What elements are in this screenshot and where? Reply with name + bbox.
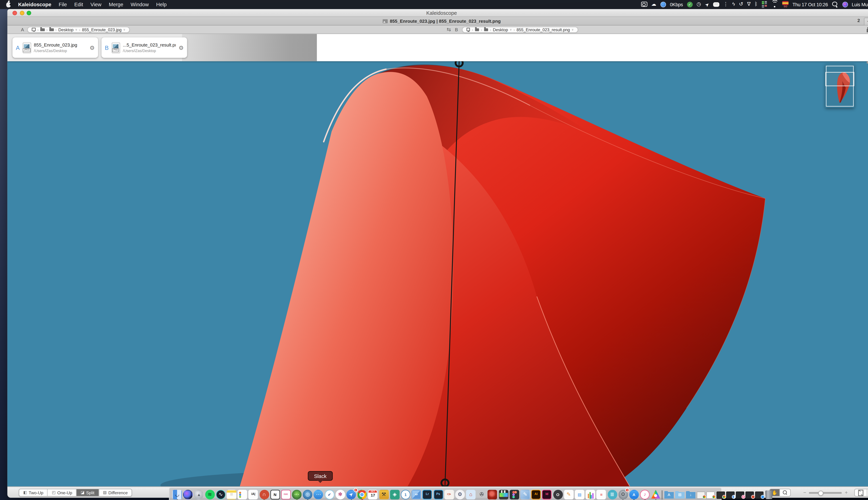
mode-split[interactable]: ◪ Split <box>77 489 99 496</box>
breadcrumb-segment[interactable]: › <box>467 27 473 32</box>
menubar-app-name[interactable]: Kaleidoscope <box>18 2 51 8</box>
dock-slack[interactable]: ✻ <box>335 490 345 499</box>
vpn-status-icon[interactable]: ✓ <box>687 2 693 8</box>
new-tab-button[interactable]: + <box>864 18 868 25</box>
menubar-menu-item[interactable]: Window <box>130 2 149 8</box>
dock-notes[interactable]: ≡ <box>227 490 237 499</box>
network-speed[interactable]: 0Kbps <box>670 2 683 7</box>
dock-figma[interactable] <box>510 490 519 499</box>
keyboard-flag-icon[interactable]: SO <box>782 1 788 8</box>
dock-pixelmator[interactable]: ✑ <box>444 490 454 499</box>
dock-indesign[interactable]: Id <box>542 490 552 499</box>
dock-red-photos[interactable] <box>488 490 498 499</box>
dock-divider[interactable] <box>662 490 663 499</box>
dock-keynote[interactable]: ▤ <box>575 490 584 499</box>
dock-minimized-itunes[interactable] <box>736 491 744 499</box>
dock-system-prefs[interactable]: ⚙ 1 <box>618 490 628 499</box>
file-card[interactable]: A JPEG 855_Enroute_023.jpg /Users/iZas/D… <box>12 37 98 58</box>
actual-size-button[interactable]: 1:1 <box>867 489 868 496</box>
dock-forklift[interactable]: ⚒ <box>379 490 389 499</box>
dock-minimized-bear[interactable] <box>745 491 754 499</box>
dock-spark[interactable]: ➤ 1 <box>346 490 356 499</box>
dock-minimized-finder[interactable] <box>726 491 734 499</box>
dock-minimized-chrome-2[interactable] <box>707 491 715 499</box>
mode-two-up[interactable]: ◧ Two-Up <box>19 489 48 496</box>
close-button[interactable] <box>12 11 17 15</box>
menubar-menu-item[interactable]: Edit <box>74 2 83 8</box>
chat-bubble-icon[interactable]: ⋯ <box>713 2 719 7</box>
shelf-toggle-icon[interactable] <box>867 27 868 32</box>
dock-reminders[interactable] <box>238 490 247 499</box>
bluetooth-icon[interactable]: ᛒ <box>755 2 758 7</box>
dock-xcode-tools[interactable]: ✎ <box>521 490 530 499</box>
file-card[interactable]: B PNG ...5_Enroute_023_result.png /Users… <box>101 37 187 58</box>
navigator-thumbnail[interactable] <box>825 64 854 107</box>
shield-icon[interactable]: ∇ <box>747 2 751 7</box>
breadcrumb-segment[interactable]: › <box>32 27 39 32</box>
dock-launchpad[interactable]: ▲ <box>194 490 204 499</box>
minimize-button[interactable] <box>20 11 24 15</box>
dock-minimized-google-dark[interactable] <box>716 491 725 499</box>
dock-cube-app[interactable]: ◈ <box>390 490 400 499</box>
location-icon[interactable]: ➤ <box>705 2 709 7</box>
dock-ia-writer[interactable]: iA| <box>249 490 258 499</box>
breadcrumb-segment[interactable]: 855_Enroute_023_result.png ∨ <box>516 27 574 32</box>
dock-capture-one[interactable]: 1 <box>401 490 410 499</box>
mode-one-up[interactable]: ◰ One-Up <box>48 489 77 496</box>
cloud-sync-icon[interactable]: ☁ <box>651 2 656 7</box>
dock-notion[interactable]: N <box>270 490 280 499</box>
menubar-menu-item[interactable]: Merge <box>109 2 123 8</box>
dock-layers-app[interactable]: ≣ <box>607 490 617 499</box>
mode-difference[interactable]: ▨ Difference <box>99 489 132 496</box>
active-tab[interactable]: 855_Enroute_023.jpg | 855_Enroute_023_re… <box>382 19 501 23</box>
dock-ink[interactable]: INK <box>281 490 291 499</box>
dock-chrome[interactable] <box>357 490 367 499</box>
menubar-menu-item[interactable]: File <box>59 2 67 8</box>
user-menu[interactable]: Luis Muñoz <box>852 2 868 7</box>
dock-trash[interactable] <box>765 490 773 499</box>
apple-menu-icon[interactable] <box>6 2 11 7</box>
menubar-menu-item[interactable]: Help <box>156 2 167 8</box>
dock-calendar[interactable]: OCT 17 <box>368 490 378 499</box>
time-machine-icon[interactable]: ↺ <box>739 2 743 7</box>
titlebar[interactable]: Kaleidoscope <box>7 9 868 17</box>
zoom-slider-thumb[interactable] <box>818 490 823 495</box>
dock-bear[interactable]: ∩ <box>259 490 269 499</box>
istat-grid-icon[interactable] <box>762 1 767 8</box>
swap-sides-icon[interactable]: ⇆ <box>447 26 451 32</box>
dock-kaleidoscope[interactable] <box>651 490 661 499</box>
gear-icon[interactable]: ⚙ <box>179 44 184 51</box>
camera-icon[interactable] <box>641 2 647 7</box>
dock-photoshop[interactable]: Ps <box>433 490 443 499</box>
fit-to-window-button[interactable] <box>855 489 867 496</box>
breadcrumb-segment[interactable]: › <box>484 27 491 32</box>
dock-camera-app[interactable]: ◎ <box>303 490 312 499</box>
zoom-out-label[interactable]: − <box>803 490 806 495</box>
dock-illustrator[interactable]: Ai <box>531 490 541 499</box>
breadcrumb-segment[interactable]: Desktop ∨ › <box>58 27 80 32</box>
dock-soulver[interactable]: = <box>596 490 606 499</box>
dock-pages[interactable]: ✎ <box>564 490 574 499</box>
breadcrumb-b[interactable]: › › › Desktop <box>462 26 578 33</box>
dock-green-chat[interactable]: ⋯ <box>292 490 302 499</box>
zoom-in-label[interactable]: + <box>845 490 848 495</box>
dock-final-cut[interactable] <box>499 490 508 499</box>
blue-app-icon[interactable] <box>660 2 666 8</box>
gear-icon[interactable]: ⚙ <box>90 44 95 51</box>
flash-icon[interactable]: ϟ <box>732 2 735 7</box>
dock-messages[interactable]: ⋯ <box>314 490 323 499</box>
dock-graphic-converter[interactable]: ⌂ <box>466 490 476 499</box>
breadcrumb-segment[interactable]: › <box>475 27 482 32</box>
dock-check-app[interactable]: ✔ <box>324 490 334 499</box>
zoom-button[interactable] <box>26 11 31 15</box>
split-view-canvas[interactable] <box>7 61 868 487</box>
dock-finder[interactable]: ◡ <box>172 490 182 499</box>
dock-itunes[interactable]: ♪ <box>640 490 650 499</box>
zoom-slider-track[interactable] <box>809 492 842 493</box>
dock-minimized-app-store[interactable] <box>755 491 764 499</box>
dock-minimized-chrome-1[interactable] <box>697 491 705 499</box>
dock-spotify[interactable]: ≋ <box>205 490 215 499</box>
dock-windows-folder[interactable]: ⊞ <box>675 491 685 499</box>
dock-lightroom[interactable]: Lr <box>423 490 432 499</box>
dock-gear-aperture[interactable]: ⚙ <box>455 490 465 499</box>
